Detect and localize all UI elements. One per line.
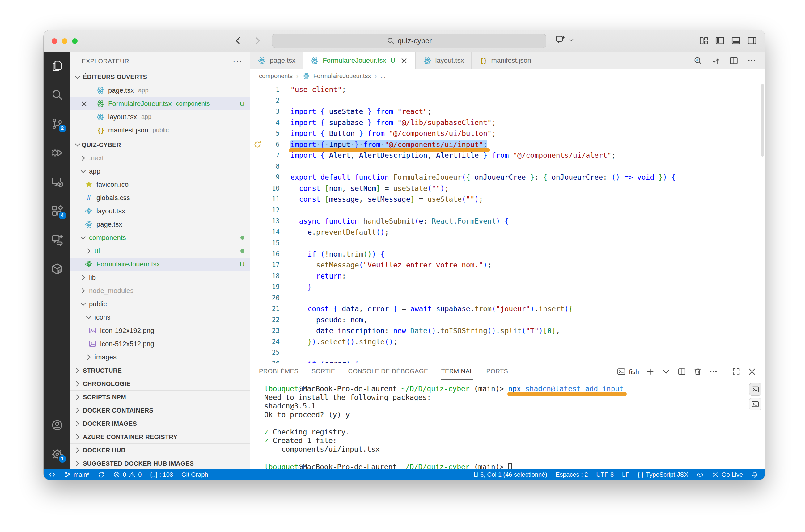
tree-item-components[interactable]: components xyxy=(71,231,250,244)
panel-tab-SORTIE[interactable]: SORTIE xyxy=(311,363,335,380)
panel-tab-TERMINAL[interactable]: TERMINAL xyxy=(441,363,473,380)
tree-item-favicon.ico[interactable]: favicon.ico xyxy=(71,178,250,191)
code-line-25[interactable]: 25 xyxy=(250,347,765,359)
status-problems[interactable]: 00 xyxy=(113,471,142,478)
activity-chat[interactable] xyxy=(50,232,65,248)
code-line-12[interactable]: 12 xyxy=(250,205,765,216)
project-header[interactable]: QUIZ-CYBER xyxy=(71,138,250,151)
more-icon[interactable] xyxy=(709,367,718,376)
sidebar-left-icon[interactable] xyxy=(715,36,725,46)
activity-remote-explorer[interactable] xyxy=(50,174,65,190)
status-git-graph[interactable]: Git Graph xyxy=(181,471,208,478)
tree-item-node_modules[interactable]: node_modules xyxy=(71,284,250,297)
section-docker-images[interactable]: DOCKER IMAGES xyxy=(71,417,250,430)
code-line-23[interactable]: 23 date_inscription: new Date().toISOStr… xyxy=(250,325,765,337)
code-line-4[interactable]: 4import { supabase } from "@/lib/supabas… xyxy=(250,117,765,129)
open-editor-page.tsx[interactable]: page.tsxapp xyxy=(71,84,250,97)
activity-run-and-debug[interactable] xyxy=(50,145,65,160)
code-line-5[interactable]: 5import { Button } from "@/components/ui… xyxy=(250,128,765,139)
code-line-18[interactable]: 18 return; xyxy=(250,271,765,282)
status-scripts-count[interactable]: {..} : 103 xyxy=(150,471,173,478)
code-line-26[interactable]: 26 if (error) { xyxy=(250,359,765,363)
activity-settings[interactable]: 1 xyxy=(50,446,65,462)
tree-item-.next[interactable]: .next xyxy=(71,151,250,165)
plus-icon[interactable] xyxy=(646,367,655,376)
code-line-1[interactable]: 1"use client"; xyxy=(250,84,765,95)
status-eol[interactable]: LF xyxy=(622,471,629,478)
terminal-instance-active[interactable] xyxy=(749,383,762,396)
command-center-search[interactable]: quiz-cyber xyxy=(272,34,546,48)
terminal-shell-icon[interactable] xyxy=(617,367,626,376)
tree-item-lib[interactable]: lib xyxy=(71,271,250,284)
tree-item-FormulaireJoueur.tsx[interactable]: FormulaireJoueur.tsxU xyxy=(71,258,250,271)
section-scripts-npm[interactable]: SCRIPTS NPM xyxy=(71,390,250,403)
tab-split-icon[interactable] xyxy=(677,367,686,376)
tree-item-globals.css[interactable]: #globals.css xyxy=(71,191,250,204)
activity-source-control[interactable]: 2 xyxy=(50,116,65,132)
minimize-window-button[interactable] xyxy=(62,38,67,44)
activity-explorer[interactable] xyxy=(50,58,65,74)
tab-search-icon[interactable] xyxy=(693,56,703,65)
section-docker-hub[interactable]: DOCKER HUB xyxy=(71,443,250,457)
panel-bottom-icon[interactable] xyxy=(731,36,741,46)
section-structure[interactable]: STRUCTURE xyxy=(71,364,250,377)
back-icon[interactable] xyxy=(233,36,243,46)
code-line-20[interactable]: 20 xyxy=(250,293,765,304)
section-docker-containers[interactable]: DOCKER CONTAINERS xyxy=(71,403,250,417)
quickfix-lightbulb-icon[interactable] xyxy=(253,140,262,149)
breadcrumb-item[interactable]: components xyxy=(259,73,293,80)
editor-scrollbar[interactable] xyxy=(761,84,764,156)
code-line-17[interactable]: 17 setMessage("Veuillez entrer votre nom… xyxy=(250,260,765,271)
code-line-9[interactable]: 9export default function FormulaireJoueu… xyxy=(250,172,765,183)
tree-item-icon-512x512.png[interactable]: icon-512x512.png xyxy=(71,337,250,350)
code-line-15[interactable]: 15 xyxy=(250,238,765,249)
activity-search[interactable] xyxy=(50,87,65,102)
status-indentation[interactable]: Espaces : 2 xyxy=(555,471,588,478)
code-line-11[interactable]: 11 const [message, setMessage] = useStat… xyxy=(250,194,765,205)
code-line-3[interactable]: 3import { useState } from "react"; xyxy=(250,106,765,117)
chev-down-icon[interactable] xyxy=(662,367,671,376)
code-line-22[interactable]: 22 pseudo: nom, xyxy=(250,315,765,326)
code-line-13[interactable]: 13 async function handleSubmit(e: React.… xyxy=(250,216,765,227)
sidebar-right-icon[interactable] xyxy=(747,36,757,46)
breadcrumb[interactable]: components›FormulaireJoueur.tsx›... xyxy=(250,69,765,83)
code-line-16[interactable]: 16 if (!nom.trim()) { xyxy=(250,249,765,260)
status-cursor-position[interactable]: Li 6, Col 1 (46 sélectionné) xyxy=(474,471,547,478)
section-azure-container-registry[interactable]: AZURE CONTAINER REGISTRY xyxy=(71,430,250,443)
trash-icon[interactable] xyxy=(693,367,702,376)
tab-split-icon[interactable] xyxy=(729,56,738,65)
code-editor[interactable]: 1"use client";23import { useState } from… xyxy=(250,83,765,363)
zoom-window-button[interactable] xyxy=(72,38,77,44)
code-line-14[interactable]: 14 e.preventDefault(); xyxy=(250,227,765,238)
open-editor-manifest.json[interactable]: { }manifest.jsonpublic xyxy=(71,124,250,137)
terminal-instance[interactable] xyxy=(749,398,762,410)
tab-manifest.json[interactable]: { }manifest.json xyxy=(472,52,539,69)
more-icon[interactable] xyxy=(747,56,756,65)
status-encoding[interactable]: UTF-8 xyxy=(596,471,614,478)
activity-extensions[interactable]: 4 xyxy=(50,203,65,218)
code-line-8[interactable]: 8 xyxy=(250,161,765,172)
status-remote-indicator[interactable] xyxy=(49,471,56,478)
code-line-19[interactable]: 19 } xyxy=(250,282,765,293)
breadcrumb-item[interactable]: FormulaireJoueur.tsx xyxy=(313,73,371,80)
close-icon[interactable] xyxy=(80,100,88,108)
tree-item-page.tsx[interactable]: page.tsx xyxy=(71,218,250,231)
open-editor-layout.tsx[interactable]: layout.tsxapp xyxy=(71,110,250,124)
tab-FormulaireJoueur.tsx[interactable]: FormulaireJoueur.tsxU xyxy=(303,52,416,69)
tab-diff-icon[interactable] xyxy=(711,56,721,65)
more-actions-icon[interactable]: ··· xyxy=(233,57,242,66)
section-suggested-docker-hub-images[interactable]: SUGGESTED DOCKER HUB IMAGES xyxy=(71,457,250,469)
tree-item-public[interactable]: public xyxy=(71,297,250,311)
breadcrumb-item[interactable]: ... xyxy=(380,73,386,80)
forward-icon[interactable] xyxy=(253,36,262,46)
tree-item-icon-192x192.png[interactable]: icon-192x192.png xyxy=(71,324,250,337)
tree-item-icons[interactable]: icons xyxy=(71,311,250,324)
panel-tab-PROBLÈMES[interactable]: PROBLÈMES xyxy=(259,363,298,380)
tab-page.tsx[interactable]: page.tsx xyxy=(250,52,303,69)
status-git-sync[interactable] xyxy=(98,471,105,478)
tree-item-images[interactable]: images xyxy=(71,350,250,364)
status-notifications[interactable] xyxy=(751,471,758,478)
terminal[interactable]: lbouquet@MacBook-Pro-de-Laurent ~/D/D/qu… xyxy=(250,380,765,469)
code-line-21[interactable]: 21 const { data, error } = await supabas… xyxy=(250,304,765,315)
status-go-live[interactable]: Go Live xyxy=(712,471,743,478)
